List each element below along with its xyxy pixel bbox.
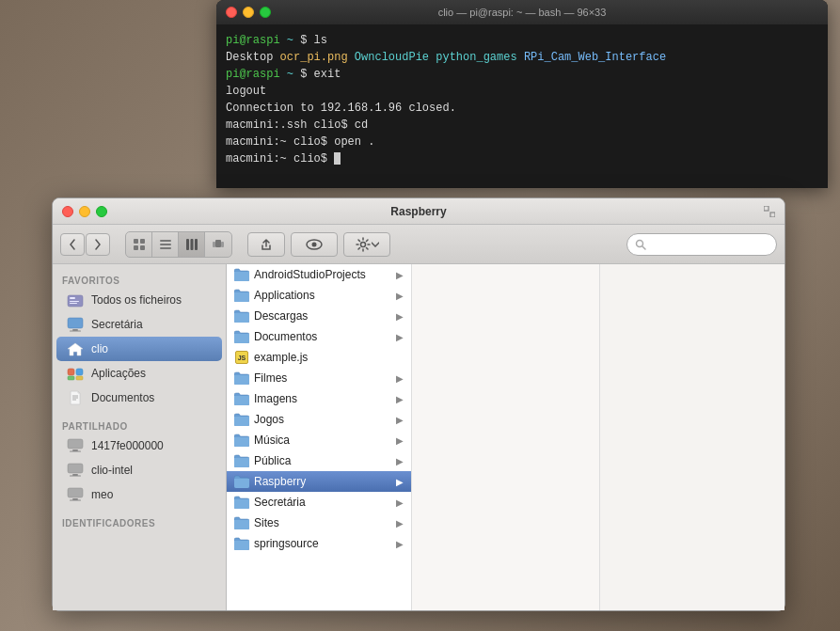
file-item[interactable]: Raspberry ▶ xyxy=(227,471,411,492)
svg-rect-27 xyxy=(68,369,74,375)
finder-maximize-button[interactable] xyxy=(96,206,107,217)
close-button[interactable] xyxy=(226,7,237,18)
expand-button[interactable] xyxy=(762,204,777,219)
file-icon xyxy=(234,536,249,551)
file-icon xyxy=(234,453,249,468)
file-item[interactable]: Jogos ▶ xyxy=(227,409,411,430)
file-icon xyxy=(234,515,249,530)
sidebar-item-clio-intel-label: clio-intel xyxy=(91,464,133,477)
file-icon xyxy=(234,288,249,303)
svg-rect-21 xyxy=(70,297,75,299)
back-button[interactable] xyxy=(60,233,85,256)
svg-rect-40 xyxy=(68,488,83,497)
file-name: Imagens xyxy=(254,392,396,405)
view-coverflow-button[interactable] xyxy=(205,232,231,257)
svg-rect-14 xyxy=(221,242,224,247)
terminal-title: clio — pi@raspi: ~ — bash — 96×33 xyxy=(438,7,607,18)
terminal-line-6: macmini:.ssh clio$ cd xyxy=(226,117,818,134)
arrow-icon: ▶ xyxy=(396,291,404,301)
arrow-icon: ▶ xyxy=(396,373,404,384)
arrow-icon: ▶ xyxy=(396,518,404,528)
svg-point-17 xyxy=(360,242,365,246)
window-buttons xyxy=(226,7,271,18)
file-item[interactable]: springsource ▶ xyxy=(227,533,411,554)
maximize-button[interactable] xyxy=(260,7,271,18)
finder-minimize-button[interactable] xyxy=(79,206,90,217)
sidebar-item-all-files[interactable]: Todos os ficheiros xyxy=(56,288,222,312)
file-item[interactable]: Applications ▶ xyxy=(227,285,411,306)
svg-rect-6 xyxy=(160,240,171,242)
arrow-icon: ▶ xyxy=(396,332,404,342)
terminal-line-4: logout xyxy=(226,83,818,100)
arrow-icon: ▶ xyxy=(396,311,404,322)
svg-rect-36 xyxy=(70,451,81,452)
svg-rect-7 xyxy=(160,244,171,245)
sidebar-item-1417fe000000[interactable]: 1417fe000000 xyxy=(56,434,222,458)
sidebar-section-favoritos: FAVORITOS xyxy=(53,272,226,288)
sidebar-item-meo[interactable]: meo xyxy=(56,482,222,507)
file-item[interactable]: AndroidStudioProjects ▶ xyxy=(227,264,411,285)
computer-icon-1 xyxy=(66,436,85,455)
right-panel xyxy=(600,264,785,610)
svg-rect-1 xyxy=(770,213,775,217)
file-name: Raspberry xyxy=(254,475,396,488)
search-bar[interactable] xyxy=(626,233,777,256)
file-icon xyxy=(234,391,249,406)
terminal-window: clio — pi@raspi: ~ — bash — 96×33 pi@ras… xyxy=(216,0,828,188)
file-name: Jogos xyxy=(254,413,396,426)
sidebar-item-applications[interactable]: Aplicações xyxy=(56,361,222,386)
finder-close-button[interactable] xyxy=(62,206,73,217)
terminal-body: pi@raspi ~ $ ls Desktop ocr_pi.png Owncl… xyxy=(216,24,828,188)
file-name: Filmes xyxy=(254,371,396,385)
arrow-icon: ▶ xyxy=(396,415,404,425)
file-item[interactable]: Filmes ▶ xyxy=(227,368,411,388)
svg-rect-22 xyxy=(70,301,79,302)
file-item[interactable]: Documentos ▶ xyxy=(227,326,411,347)
file-item[interactable]: Secretária ▶ xyxy=(227,492,411,513)
share-button[interactable] xyxy=(247,232,285,257)
view-column-button[interactable] xyxy=(179,232,205,257)
terminal-line-2: Desktop ocr_pi.png OwncloudPie python_ga… xyxy=(226,49,818,66)
file-item[interactable]: Música ▶ xyxy=(227,430,411,450)
quicklook-button[interactable] xyxy=(291,232,338,257)
terminal-line-5: Connection to 192.168.1.96 closed. xyxy=(226,100,818,117)
file-item[interactable]: Sites ▶ xyxy=(227,513,411,533)
finder-toolbar xyxy=(53,225,785,264)
file-item[interactable]: JS example.js xyxy=(227,347,411,368)
arrow-icon: ▶ xyxy=(396,270,404,280)
desktop-icon xyxy=(66,315,85,334)
svg-rect-5 xyxy=(140,245,145,250)
file-name: Sites xyxy=(254,516,396,529)
view-icon-button[interactable] xyxy=(126,232,152,257)
svg-rect-42 xyxy=(70,500,81,501)
arrow-icon: ▶ xyxy=(396,456,404,466)
file-icon xyxy=(234,433,249,448)
file-icon xyxy=(234,371,249,386)
action-button[interactable] xyxy=(343,232,390,257)
minimize-button[interactable] xyxy=(243,7,254,18)
sidebar-item-desktop[interactable]: Secretária xyxy=(56,312,222,337)
forward-button[interactable] xyxy=(86,233,110,256)
file-icon: JS xyxy=(234,350,249,365)
file-name: AndroidStudioProjects xyxy=(254,268,396,281)
file-name: Pública xyxy=(254,454,396,467)
file-item[interactable]: Descargas ▶ xyxy=(227,306,411,326)
sidebar-item-meo-label: meo xyxy=(91,488,113,501)
sidebar-item-clio[interactable]: clio xyxy=(56,337,222,361)
terminal-line-1: pi@raspi ~ $ ls xyxy=(226,32,818,49)
file-list-column2 xyxy=(412,264,600,610)
sidebar-item-documentos[interactable]: Documentos xyxy=(56,386,222,410)
sidebar-item-clio-intel[interactable]: clio-intel xyxy=(56,458,222,482)
file-icon xyxy=(234,267,249,282)
file-item[interactable]: Pública ▶ xyxy=(227,450,411,471)
svg-rect-0 xyxy=(764,206,769,211)
file-list-column1: AndroidStudioProjects ▶ Applications ▶ D… xyxy=(227,264,412,610)
terminal-line-7: macmini:~ clio$ open . xyxy=(226,134,818,150)
view-list-button[interactable] xyxy=(152,232,179,257)
desktop: clio — pi@raspi: ~ — bash — 96×33 pi@ras… xyxy=(0,0,840,631)
file-icon xyxy=(234,495,249,510)
svg-point-18 xyxy=(637,240,643,246)
sidebar: FAVORITOS Todos os ficheiros xyxy=(53,264,227,610)
file-item[interactable]: Imagens ▶ xyxy=(227,388,411,409)
sidebar-item-desktop-label: Secretária xyxy=(91,318,143,331)
